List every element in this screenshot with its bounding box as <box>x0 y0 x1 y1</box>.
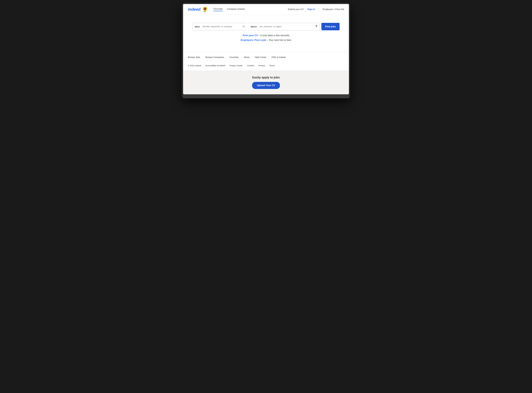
footer-top-link-2[interactable]: Countries <box>229 56 238 59</box>
find-jobs-button[interactable]: Find jobs <box>321 23 340 30</box>
employers-suffix: – Your next hire is here <box>266 39 291 41</box>
footer-top-link-1[interactable]: Browse Companies <box>206 56 224 59</box>
footer-bottom-link-4[interactable]: Terms <box>269 64 275 67</box>
cta-section: Easily apply to jobs Upload Your CV <box>183 70 349 94</box>
tagline-post-cv: Post your CV – It only takes a few secon… <box>188 34 344 37</box>
nav-employers-post-job[interactable]: Employers / Post Job <box>323 8 344 11</box>
nav-right: Submit your CV Sign in Employers / Post … <box>288 7 344 11</box>
monitor-bottom <box>183 94 349 98</box>
search-icon <box>242 25 245 28</box>
employers-post-job-link[interactable]: Employers: Post a job <box>241 39 266 41</box>
where-input[interactable] <box>259 25 314 28</box>
search-taglines: Post your CV – It only takes a few secon… <box>188 34 344 42</box>
where-field: Where <box>249 23 320 30</box>
nav-submit-cv[interactable]: Submit your CV <box>288 8 304 11</box>
what-label: What <box>195 25 200 28</box>
upload-cv-button[interactable]: Upload Your CV <box>252 82 280 89</box>
monitor-screen: indeed 🌻 Find jobs Company reviews Submi… <box>183 4 349 94</box>
location-icon <box>315 25 317 28</box>
what-input[interactable] <box>202 25 241 28</box>
sunflower-icon: 🌻 <box>202 6 208 12</box>
what-field: What <box>192 23 247 30</box>
footer-bottom: © 2022 IndeedAccessibility at IndeedPriv… <box>183 62 349 70</box>
nav-company-reviews[interactable]: Company reviews <box>227 8 245 11</box>
main-content: What Where <box>183 15 349 52</box>
search-bar: What Where <box>192 23 340 30</box>
svg-point-2 <box>316 25 317 26</box>
footer-top: Browse JobsBrowse CompaniesCountriesAbou… <box>183 52 349 62</box>
footer-top-link-4[interactable]: Help Center <box>255 56 266 59</box>
post-cv-suffix: – It only takes a few seconds <box>258 34 289 37</box>
footer-bottom-link-0[interactable]: Accessibility at Indeed <box>206 64 225 67</box>
nav-sign-in[interactable]: Sign in <box>307 8 315 11</box>
svg-line-1 <box>244 27 245 27</box>
tagline-employers: Employers: Post a job – Your next hire i… <box>188 39 344 42</box>
monitor-frame: indeed 🌻 Find jobs Company reviews Submi… <box>182 3 350 98</box>
footer-bottom-link-1[interactable]: Privacy Center <box>230 64 243 67</box>
nav-divider <box>319 7 319 11</box>
indeed-logo[interactable]: indeed <box>188 7 201 12</box>
footer-copyright: © 2022 Indeed <box>188 64 201 67</box>
indeed-logo-text: indeed <box>188 7 201 12</box>
logo-area: indeed 🌻 <box>188 6 208 12</box>
footer-top-link-5[interactable]: ESG at Indeed <box>272 56 286 59</box>
svg-point-0 <box>243 25 244 27</box>
footer-top-link-3[interactable]: About <box>244 56 250 59</box>
footer-bottom-link-3[interactable]: Privacy <box>259 64 265 67</box>
where-label: Where <box>251 25 257 28</box>
nav-links: Find jobs Company reviews <box>213 8 288 11</box>
footer-top-link-0[interactable]: Browse Jobs <box>188 56 200 59</box>
nav-find-jobs[interactable]: Find jobs <box>213 8 223 11</box>
navbar: indeed 🌻 Find jobs Company reviews Submi… <box>183 4 349 15</box>
footer-bottom-link-2[interactable]: Cookies <box>247 64 254 67</box>
cta-title: Easily apply to jobs <box>188 76 344 79</box>
post-cv-link[interactable]: Post your CV <box>243 34 258 37</box>
